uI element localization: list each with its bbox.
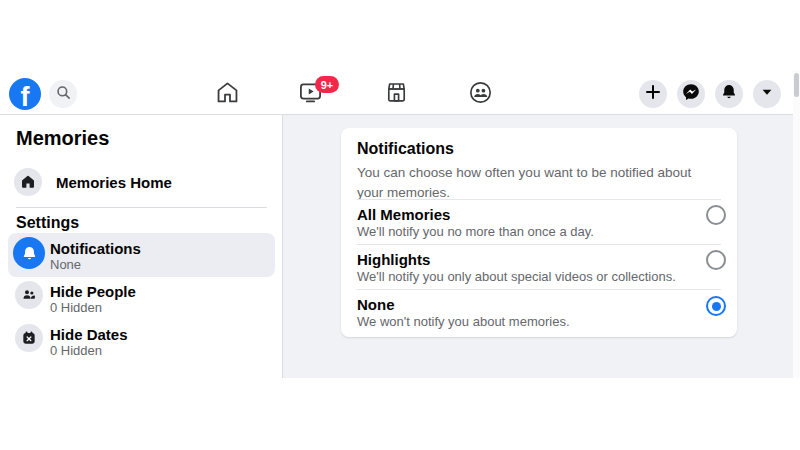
home-icon [215, 80, 240, 109]
groups-icon [468, 80, 493, 109]
sidebar-title: Memories [16, 127, 109, 150]
sidebar-item-label: Hide People [50, 283, 136, 300]
page-scrollbar-thumb[interactable] [794, 73, 799, 97]
option-highlights-sublabel: We'll notify you only about special vide… [357, 269, 676, 284]
search-button[interactable] [49, 80, 77, 108]
bell-icon [13, 237, 45, 269]
marketplace-storefront-icon [384, 80, 409, 109]
house-icon [14, 168, 42, 196]
sidebar-section-title: Settings [16, 214, 79, 232]
sidebar-item-sublabel: 0 Hidden [50, 300, 102, 315]
option-none-sublabel: We won't notify you about memories. [357, 314, 570, 329]
create-button[interactable] [639, 80, 667, 108]
facebook-logo[interactable]: f [9, 78, 41, 110]
page-scrollbar[interactable] [793, 70, 800, 378]
radio-highlights[interactable] [706, 250, 726, 270]
watch-notification-badge: 9+ [315, 76, 339, 93]
nav-marketplace-tab[interactable] [383, 81, 409, 107]
option-all-memories-label: All Memories [357, 206, 450, 223]
sidebar-item-hide-people[interactable] [8, 280, 275, 320]
sidebar-divider [16, 207, 267, 208]
sidebar-item-sublabel: None [50, 257, 81, 272]
option-none-label: None [357, 296, 395, 313]
sidebar-item-label: Hide Dates [50, 326, 128, 343]
radio-none-selected[interactable] [706, 296, 726, 316]
sidebar-item-label: Notifications [50, 240, 141, 257]
calendar-x-icon [15, 324, 43, 352]
account-menu-button[interactable] [753, 80, 781, 108]
option-highlights-label: Highlights [357, 251, 430, 268]
magnifier-icon [56, 85, 71, 104]
sidebar-item-sublabel: 0 Hidden [50, 343, 102, 358]
people-icon [15, 281, 43, 309]
hamburger-menu-icon[interactable] [552, 81, 577, 107]
card-title: Notifications [357, 140, 454, 158]
notifications-button[interactable] [715, 80, 743, 108]
nav-groups-tab[interactable] [467, 81, 493, 107]
facebook-logo-letter: f [21, 85, 30, 110]
sidebar-item-hide-dates[interactable] [8, 323, 275, 363]
option-all-memories-sublabel: We'll notify you no more than once a day… [357, 224, 594, 239]
messenger-button[interactable] [677, 80, 705, 108]
plus-icon [645, 84, 661, 104]
card-description: You can choose how often you want to be … [357, 163, 709, 202]
option-divider [357, 244, 721, 245]
radio-all-memories[interactable] [706, 205, 726, 225]
messenger-icon [682, 83, 700, 105]
bell-icon [720, 83, 738, 105]
sidebar-item-notifications[interactable] [8, 233, 275, 277]
facebook-memories-settings-page: f 9+ [0, 0, 800, 450]
caret-down-icon [760, 85, 774, 103]
nav-home-tab[interactable] [214, 81, 240, 107]
sidebar-item-label: Memories Home [56, 174, 172, 191]
option-divider [357, 199, 721, 200]
option-divider [357, 289, 721, 290]
